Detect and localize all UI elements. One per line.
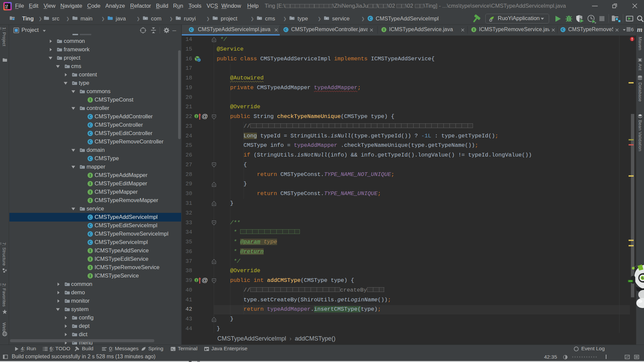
svg-text:C: C	[89, 123, 92, 127]
svg-text:I: I	[90, 257, 91, 261]
svg-text:C: C	[285, 27, 287, 32]
svg-text:I: I	[90, 198, 91, 202]
svg-text:I: I	[90, 274, 91, 278]
svg-text:C: C	[89, 131, 92, 135]
svg-text:C: C	[89, 224, 92, 228]
svg-text:I: I	[90, 182, 91, 186]
svg-text:C: C	[89, 240, 92, 244]
svg-text:I: I	[196, 279, 197, 282]
svg-text:C: C	[89, 157, 92, 161]
svg-text:IJ: IJ	[5, 4, 8, 7]
svg-text:C: C	[89, 232, 92, 236]
svg-text:C: C	[562, 27, 565, 32]
svg-text:I: I	[383, 27, 384, 32]
svg-text:I: I	[90, 173, 91, 177]
svg-text:C: C	[89, 140, 92, 144]
svg-text:I: I	[90, 249, 91, 253]
svg-text:c: c	[198, 59, 200, 62]
svg-text:I: I	[90, 265, 91, 269]
svg-text:C: C	[190, 27, 193, 32]
svg-text:I: I	[473, 27, 474, 32]
svg-text:I: I	[90, 98, 91, 102]
svg-text:C: C	[89, 115, 92, 119]
svg-text:I: I	[196, 115, 197, 118]
svg-text:I: I	[90, 190, 91, 194]
svg-text:C: C	[369, 16, 372, 20]
svg-text:C: C	[89, 215, 92, 219]
